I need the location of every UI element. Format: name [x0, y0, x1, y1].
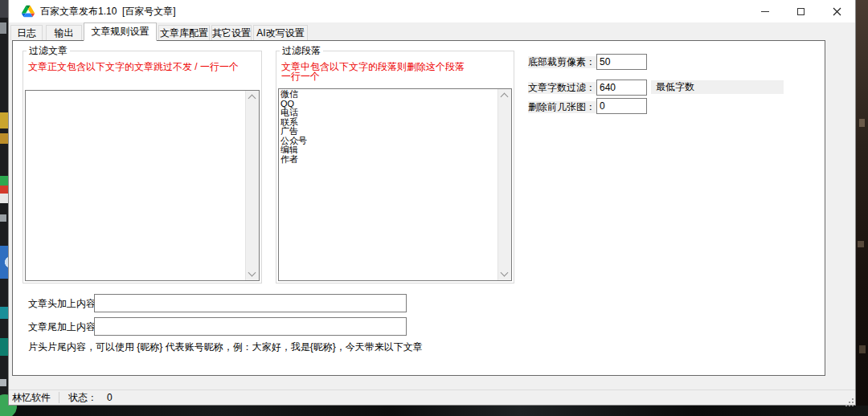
status-label: 状态： — [68, 390, 97, 405]
brand-label: 林忆软件 — [12, 390, 51, 405]
min-words-input[interactable] — [596, 80, 647, 96]
filter-paragraph-group: 过滤段落 文章中包含以下文字的段落则删除这个段落 一行一个 微信 QQ 电话 联… — [276, 51, 514, 283]
tab-ai-rewrite[interactable]: AI改写设置 — [253, 25, 308, 40]
status-value: 0 — [107, 390, 113, 405]
append-head-input[interactable] — [94, 294, 407, 312]
filter-article-textarea[interactable] — [26, 91, 245, 280]
tab-log[interactable]: 日志 — [10, 25, 43, 40]
desktop-icon-fragment — [0, 176, 8, 203]
min-words-suffix: 最低字数 — [651, 80, 784, 94]
app-window: 百家文章发布1.10 [百家号文章] 日志 输出 文章规则设置 文章库配置 其它… — [8, 0, 856, 406]
tab-output[interactable]: 输出 — [46, 25, 82, 40]
bottom-crop-input[interactable] — [596, 54, 647, 70]
append-tail-input[interactable] — [94, 317, 407, 336]
desktop-icon-fragment — [0, 22, 6, 34]
desktop-edge-right — [856, 0, 868, 416]
filter-paragraph-scrollbar[interactable] — [497, 89, 511, 280]
filter-article-group-title: 过滤文章 — [27, 45, 70, 56]
bottom-crop-label: 底部裁剪像素： — [528, 56, 596, 68]
desktop-icon-fragment — [0, 112, 8, 128]
desktop-icon-fragment — [0, 338, 8, 356]
filter-article-hint: 文章正文包含以下文字的文章跳过不发 / 一行一个 — [28, 62, 239, 71]
window-controls — [747, 0, 855, 22]
filter-article-group: 过滤文章 文章正文包含以下文字的文章跳过不发 / 一行一个 — [23, 51, 262, 283]
tab-article-rules[interactable]: 文章规则设置 — [84, 22, 157, 41]
desktop-icon-fragment — [0, 214, 6, 222]
window-title: 百家文章发布1.10 [百家号文章] — [40, 0, 176, 22]
desktop-edge-bottom — [0, 406, 868, 416]
statusbar-separator — [59, 392, 59, 403]
desktop-icon-fragment — [0, 379, 6, 386]
close-button[interactable] — [819, 0, 855, 22]
desktop-icon-fragment — [0, 307, 8, 319]
desktop-icon-fragment — [858, 241, 864, 247]
status-bar: 林忆软件 状态： 0 — [9, 389, 855, 405]
filter-paragraph-textbox: 微信 QQ 电话 联系 广告 公众号 编辑 作者 — [278, 88, 512, 281]
filter-paragraph-textarea[interactable]: 微信 QQ 电话 联系 广告 公众号 编辑 作者 — [279, 89, 497, 280]
article-rules-panel: 过滤文章 文章正文包含以下文字的文章跳过不发 / 一行一个 过滤段落 文章中包含… — [12, 40, 825, 376]
tab-strip: 日志 输出 文章规则设置 文章库配置 其它设置 AI改写设置 — [9, 22, 855, 40]
scroll-up-icon[interactable] — [248, 95, 256, 103]
desktop-icon-fragment — [859, 345, 866, 353]
filter-paragraph-group-title: 过滤段落 — [280, 45, 323, 56]
screen: 百家文章发布1.10 [百家号文章] 日志 输出 文章规则设置 文章库配置 其它… — [0, 0, 868, 416]
scroll-down-icon[interactable] — [248, 269, 256, 277]
desktop-icon-fragment — [0, 0, 8, 18]
desktop-icon-fragment — [0, 133, 8, 144]
desktop-icon-fragment — [859, 119, 865, 127]
resize-grip-icon[interactable] — [845, 395, 854, 403]
filter-article-scrollbar[interactable] — [245, 91, 259, 280]
tab-other-settings[interactable]: 其它设置 — [211, 25, 252, 40]
desktop-icon-fragment — [0, 246, 8, 279]
app-icon — [22, 5, 35, 18]
maximize-icon — [797, 8, 805, 15]
close-icon — [833, 7, 841, 16]
minimize-button[interactable] — [747, 0, 783, 22]
scroll-up-icon[interactable] — [501, 93, 509, 101]
title-bar[interactable]: 百家文章发布1.10 [百家号文章] — [9, 0, 855, 22]
min-words-label: 文章字数过滤： — [528, 82, 596, 94]
remove-images-label: 删除前几张图： — [528, 101, 596, 113]
minimize-icon — [761, 11, 769, 12]
maximize-button[interactable] — [783, 0, 819, 22]
remove-images-input[interactable] — [596, 98, 647, 114]
filter-paragraph-hint-line2: 一行一个 — [281, 71, 320, 81]
nickname-note: 片头片尾内容，可以使用 {昵称} 代表账号昵称，例：大家好，我是{昵称}，今天带… — [28, 341, 423, 353]
filter-article-textbox — [25, 90, 260, 281]
tab-article-library[interactable]: 文章库配置 — [158, 25, 210, 40]
scroll-down-icon[interactable] — [501, 269, 509, 277]
